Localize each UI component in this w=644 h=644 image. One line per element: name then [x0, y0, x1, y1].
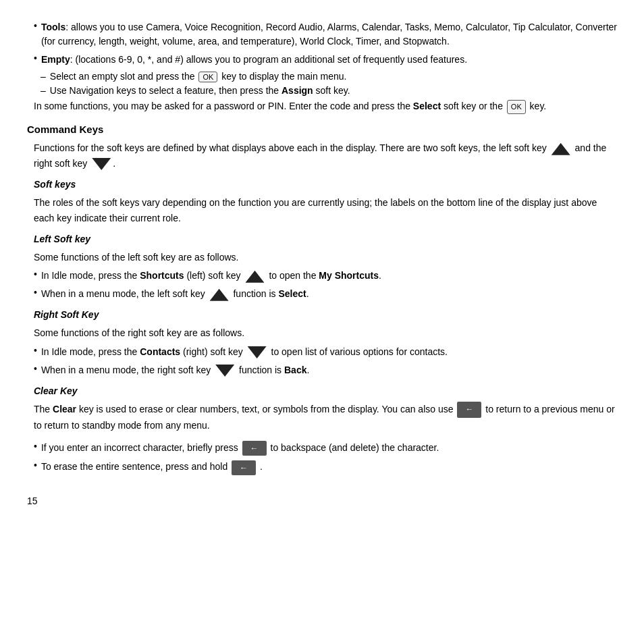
backspace-key-icon: ← [457, 402, 481, 417]
clear-key-heading: Clear Key [27, 385, 617, 396]
dash-1: – [41, 71, 46, 82]
left-bullet-2: • When in a menu mode, the left soft key… [27, 287, 617, 301]
empty-text: Empty: (locations 6-9, 0, *, and #) allo… [41, 53, 467, 67]
bullet-dot: • [34, 20, 37, 49]
bullet-dot-5: • [34, 345, 37, 359]
command-keys-paragraph: Functions for the soft keys are defined … [27, 140, 617, 171]
left-bullet-1: • In Idle mode, press the Shortcuts (lef… [27, 269, 617, 283]
ok-key-inline: OK [198, 72, 217, 82]
right-soft-key-icon [92, 158, 111, 170]
dash-item-2: – Use Navigation keys to select a featur… [41, 85, 617, 96]
command-keys-heading: Command Keys [27, 124, 617, 135]
bullet-dot-3: • [34, 269, 37, 283]
empty-bullet: • Empty: (locations 6-9, 0, *, and #) al… [27, 53, 617, 67]
tools-text: Tools: allows you to use Camera, Voice R… [41, 20, 617, 49]
password-paragraph: In some functions, you may be asked for … [27, 99, 617, 114]
bullet-dot-4: • [34, 287, 37, 301]
menu-right-soft-key-icon [215, 365, 234, 377]
contacts-soft-key-icon [248, 346, 267, 358]
right-bullet-1: • In Idle mode, press the Contacts (righ… [27, 345, 617, 359]
tools-label: Tools [41, 22, 65, 32]
page-content: • Tools: allows you to use Camera, Voice… [27, 20, 617, 506]
bullet-dot-8: • [34, 460, 37, 475]
bullet-dot-6: • [34, 363, 37, 377]
dash-item-1: – Select an empty slot and press the OK … [41, 71, 617, 82]
left-soft-key-intro: Some functions of the left soft key are … [27, 250, 617, 265]
soft-keys-heading: Soft keys [27, 179, 617, 190]
dash-2-text: Use Navigation keys to select a feature,… [50, 85, 350, 96]
dash-1-text: Select an empty slot and press the OK ke… [50, 71, 347, 82]
right-bullet-1-text: In Idle mode, press the Contacts (right)… [41, 345, 448, 359]
left-soft-key-heading: Left Soft key [27, 234, 617, 244]
clear-bullet-1-text: If you enter an incorrect character, bri… [41, 441, 439, 456]
backspace-key-icon-2: ← [242, 441, 267, 456]
bullet-dot-2: • [34, 53, 37, 67]
right-bullet-2-text: When in a menu mode, the right soft key … [41, 363, 309, 377]
clear-bullet-2-text: To erase the entire sentence, press and … [41, 460, 263, 475]
backspace-key-icon-3: ← [232, 460, 256, 475]
shortcuts-soft-key-icon [245, 271, 264, 283]
soft-keys-paragraph: The roles of the soft keys vary dependin… [27, 195, 617, 225]
empty-label: Empty [41, 54, 70, 65]
right-soft-key-heading: Right Soft Key [27, 309, 617, 320]
tools-bullet: • Tools: allows you to use Camera, Voice… [27, 20, 617, 49]
clear-key-paragraph: The Clear key is used to erase or clear … [27, 402, 617, 433]
left-bullet-1-text: In Idle mode, press the Shortcuts (left)… [41, 269, 381, 283]
left-bullet-2-text: When in a menu mode, the left soft key f… [41, 287, 309, 301]
page-number: 15 [27, 495, 617, 506]
clear-bullet-2: • To erase the entire sentence, press an… [27, 460, 617, 475]
menu-left-soft-key-icon [210, 289, 229, 301]
clear-bullet-1: • If you enter an incorrect character, b… [27, 441, 617, 456]
ok-key-para: OK [507, 100, 526, 115]
dash-2: – [41, 85, 46, 96]
dash-items: – Select an empty slot and press the OK … [27, 71, 617, 96]
right-bullet-2: • When in a menu mode, the right soft ke… [27, 363, 617, 377]
left-soft-key-icon [552, 143, 570, 155]
bullet-dot-7: • [34, 441, 37, 456]
right-soft-key-intro: Some functions of the right soft key are… [27, 325, 617, 340]
